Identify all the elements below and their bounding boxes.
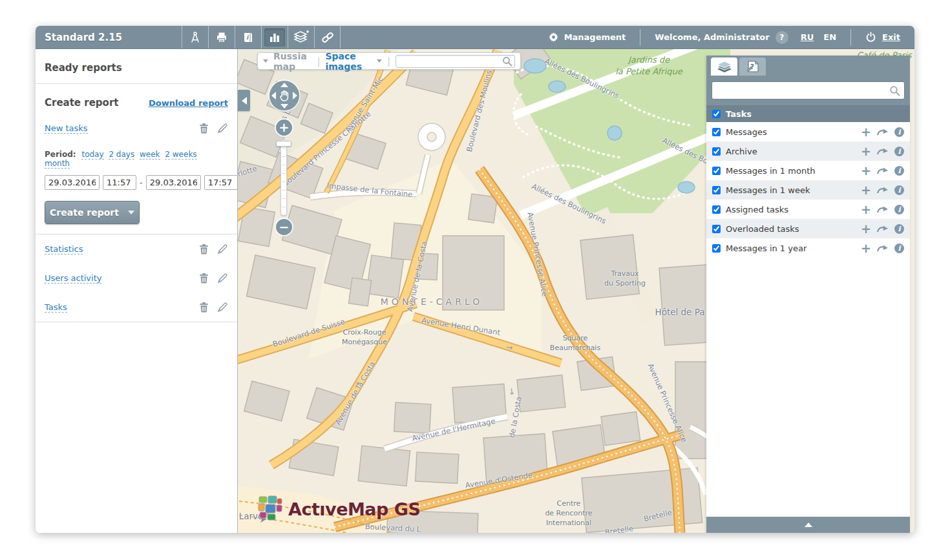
download-report-link[interactable]: Download report [149,98,228,108]
period-month-link[interactable]: month [45,159,70,169]
map-search-input[interactable] [396,56,514,67]
date-from-input[interactable] [45,175,100,190]
tab-legend[interactable]: ? [739,57,766,76]
exit-button[interactable]: Exit [882,32,900,42]
add-layer-button[interactable] [288,26,314,48]
layer-bar-separator: | [387,56,390,67]
period-today-link[interactable]: today [81,150,103,160]
help-button[interactable]: ? [776,31,788,44]
layer-checkbox[interactable] [712,186,721,194]
lang-en-button[interactable]: EN [823,32,836,42]
delete-template-button[interactable] [199,123,209,134]
add-feature-icon[interactable]: + [861,165,871,177]
report-link-tasks[interactable]: Tasks [45,302,67,313]
layer-checkbox[interactable] [712,244,721,253]
layer-info-icon[interactable]: i [894,244,904,253]
delete-report-button[interactable] [199,302,209,313]
journal-button[interactable]: i [235,26,261,48]
zoom-to-layer-icon[interactable] [877,186,889,194]
period-week-link[interactable]: week [140,150,160,160]
tab-layers[interactable] [711,57,737,76]
map-pan-control[interactable] [269,81,299,110]
pan-down-icon[interactable] [280,104,288,109]
pan-up-icon[interactable] [280,83,288,87]
collapse-panel-footer[interactable] [706,517,910,533]
layer-checkbox[interactable] [712,225,721,233]
add-feature-icon[interactable]: + [861,203,871,216]
report-link-statistics[interactable]: Statistics [45,244,83,254]
reports-button[interactable] [261,26,288,48]
zoom-to-layer-icon[interactable] [877,128,889,136]
base-layer-button[interactable]: Russia map [273,51,312,72]
layer-row: Assigned tasks + i [706,200,910,219]
pan-left-icon[interactable] [271,92,276,99]
zoom-to-layer-icon[interactable] [877,167,889,175]
layer-info-icon[interactable]: i [894,166,904,176]
date-to-input[interactable] [146,175,201,190]
link-button[interactable] [314,26,341,48]
period-2weeks-link[interactable]: 2 weeks [165,150,196,160]
report-template-link[interactable]: New tasks [45,123,88,134]
overlay-layer-dropdown-icon[interactable] [377,59,382,63]
lang-ru-button[interactable]: RU [801,32,814,42]
pencil-icon [217,123,228,134]
date-range-dash: - [140,178,143,187]
layer-checkbox[interactable] [712,128,721,136]
add-feature-icon[interactable]: + [861,126,871,138]
edit-report-button[interactable] [217,302,228,313]
user-group: Welcome, Administrator ? RU EN [640,30,850,45]
add-feature-icon[interactable]: + [861,184,871,196]
management-button[interactable]: Management [534,30,640,45]
add-feature-icon[interactable]: + [861,145,871,158]
layer-bar-separator: | [317,56,321,67]
delete-report-button[interactable] [199,273,209,284]
zoom-in-button[interactable]: + [276,119,292,136]
edit-report-button[interactable] [217,273,228,284]
add-feature-icon[interactable]: + [861,223,871,235]
layer-info-icon[interactable]: i [894,147,904,156]
search-icon[interactable] [502,56,512,67]
edit-template-button[interactable] [217,123,228,134]
time-from-input[interactable] [103,175,136,190]
search-icon[interactable] [889,85,900,96]
layer-row: Messages in 1 year + i [706,238,910,258]
layer-checkbox[interactable] [712,205,721,214]
zoom-out-button[interactable]: − [276,219,292,235]
zoom-slider[interactable] [280,140,287,216]
zoom-to-layer-icon[interactable] [877,147,889,156]
layer-info-icon[interactable]: i [894,185,904,195]
time-to-input[interactable] [204,175,238,190]
report-link-users-activity[interactable]: Users activity [45,273,101,284]
print-button[interactable] [208,26,235,48]
report-row: Users activity [45,264,228,293]
gear-icon [549,32,558,42]
layer-checkbox[interactable] [712,167,721,175]
zoom-to-layer-icon[interactable] [877,225,889,233]
delete-report-button[interactable] [199,244,209,254]
layer-info-icon[interactable]: i [894,205,904,214]
pan-right-icon[interactable] [293,92,297,99]
zoom-to-layer-icon[interactable] [877,205,889,214]
management-label: Management [564,32,626,42]
edit-report-button[interactable] [217,244,228,254]
period-2days-link[interactable]: 2 days [109,150,134,160]
zoom-to-layer-icon[interactable] [877,244,889,253]
create-report-button[interactable]: Create report [45,201,140,224]
layer-checkbox[interactable] [712,147,721,156]
collapse-left-panel-button[interactable] [238,90,250,111]
overlay-layer-button[interactable]: Space images [325,51,372,72]
welcome-text: Welcome, Administrator [655,32,769,42]
hand-icon [279,89,290,102]
add-feature-icon[interactable]: + [861,242,871,254]
top-toolbar: Standard 2.15 i [36,26,914,49]
zoom-slider-handle[interactable] [276,141,291,147]
base-layer-dropdown-icon[interactable] [263,59,268,63]
layers-search-input[interactable] [712,82,904,99]
measure-tool-button[interactable] [182,26,208,48]
layers-search-box [712,81,905,99]
layer-info-icon[interactable]: i [894,224,904,234]
ready-reports-list: Statistics Users activity Tasks [36,234,237,322]
group-checkbox[interactable] [712,110,721,118]
layer-info-icon[interactable]: i [894,127,904,137]
exit-group[interactable]: Exit [851,30,914,45]
